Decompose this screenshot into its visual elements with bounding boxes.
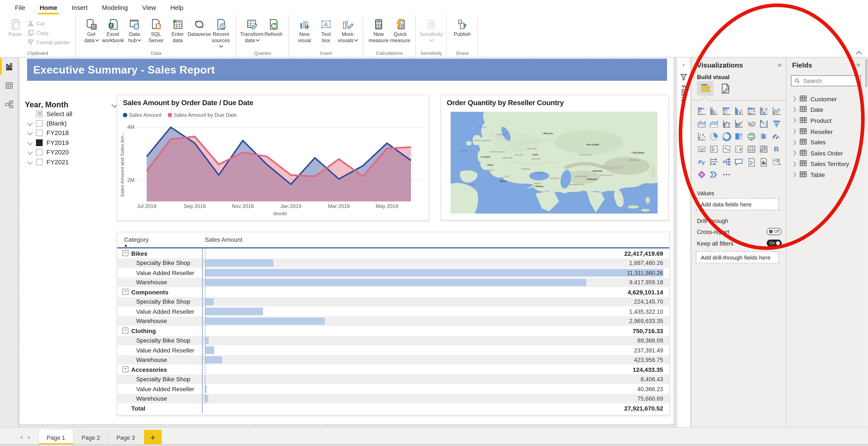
expand-chevron-icon[interactable] [28,140,33,145]
donut-chart-icon[interactable] [720,130,733,143]
table-row[interactable]: −Components4,629,101.14 [117,287,669,297]
card-icon[interactable]: 123 [695,143,708,156]
table-row[interactable]: Value Added Reseller237,391.49 [117,345,669,355]
table-row[interactable]: Warehouse2,969,633.35 [117,316,669,326]
chevron-right-icon[interactable] [791,118,796,123]
slicer-item-fy2020[interactable]: FY2020 [25,148,119,157]
table-row[interactable]: Specialty Bike Shop224,145.70 [117,297,669,307]
report-title-banner[interactable]: Executive Summary - Sales Report [27,59,667,81]
sql-server-button[interactable]: SQLServer [145,17,167,44]
year-month-slicer[interactable]: Year, Month Select all(Blank)FY2018FY201… [25,100,119,175]
chevron-right-icon[interactable] [791,161,796,167]
collapse-minus-icon[interactable]: − [122,367,128,373]
recent-sources-button[interactable]: Recentsources [210,17,231,50]
expand-chevron-icon[interactable] [28,160,33,164]
checkbox-empty[interactable] [36,149,42,156]
transform-data-button[interactable]: Transformdata [241,17,262,44]
multi-row-card-icon[interactable] [708,143,720,156]
next-page-icon[interactable]: ▸ [28,435,31,440]
field-table-sales-territory[interactable]: Sales Territory [789,158,864,169]
cross-report-toggle[interactable]: Off [767,228,781,235]
format-painter-button[interactable]: Format painter [27,39,70,46]
chevron-right-icon[interactable] [791,96,796,101]
chevron-right-icon[interactable] [791,172,796,178]
report-view-button[interactable] [0,57,18,76]
checkbox-partial[interactable] [36,110,42,117]
qa-icon[interactable] [733,156,745,168]
get-data-button[interactable]: Getdata [81,17,102,44]
funnel-chart-icon[interactable] [770,117,782,130]
expand-chevron-icon[interactable] [28,121,33,126]
slicer-item-select-all[interactable]: Select all [25,109,119,119]
treemap-icon[interactable] [733,130,745,143]
decomposition-tree-icon[interactable] [720,156,733,168]
new-visual-button[interactable]: Newvisual [294,17,315,44]
table-row[interactable]: Value Added Reseller1,435,322.10 [117,307,669,316]
menu-tab-view[interactable]: View [135,0,163,15]
map-icon[interactable] [745,130,757,143]
menu-tab-insert[interactable]: Insert [65,0,95,15]
slicer-item-fy2019[interactable]: FY2019 [25,138,119,148]
key-influencers-icon[interactable] [708,156,720,168]
checkbox-empty[interactable] [36,158,42,165]
expand-chevron-icon[interactable] [28,150,33,155]
collapse-fields-icon[interactable]: » [856,60,860,69]
stacked-area-chart-icon[interactable] [708,117,720,130]
scatter-chart-icon[interactable] [695,130,708,143]
refresh-button[interactable]: Refresh [263,17,284,44]
publish-button[interactable]: Publish [452,17,473,44]
field-table-product[interactable]: Product [789,115,864,126]
order-quantity-map-visual[interactable]: Order Quantity by Reseller Country [441,95,669,220]
enter-data-button[interactable]: Enterdata [167,17,188,44]
table-row[interactable]: −Clothing750,716.33 [117,326,669,336]
sensitivity-button[interactable]: Sensitivity [421,17,442,44]
table-row[interactable]: Warehouse423,956.75 [117,355,669,365]
table-row[interactable]: Specialty Bike Shop89,368.09 [117,336,669,345]
clustered-bar-chart-icon[interactable] [720,104,733,117]
field-table-reseller[interactable]: Reseller [789,126,864,137]
data-hub-button[interactable]: Datahub [124,17,145,44]
expand-chevron-icon[interactable] [28,131,33,135]
collapse-minus-icon[interactable]: − [122,289,128,295]
table-row[interactable]: Warehouse9,417,959.18 [117,278,669,287]
new-page-button[interactable]: + [144,430,162,445]
scrollbar-thumb[interactable] [865,59,867,88]
category-column-header[interactable]: Category [124,236,149,243]
waterfall-chart-icon[interactable] [757,117,770,130]
table-row[interactable]: Value Added Reseller40,366.23 [117,384,669,394]
stacked-column-chart-icon[interactable] [708,104,720,117]
slicer-item-fy2021[interactable]: FY2021 [25,157,119,167]
checkbox-empty[interactable] [36,120,42,127]
new-measure-button[interactable]: Newmeasure [368,17,389,44]
checkbox-empty[interactable] [36,130,42,136]
kpi-icon[interactable] [720,143,733,156]
page-tab-page-1[interactable]: Page 1 [38,430,73,445]
table-row[interactable]: −Bikes22,417,419.69 [117,248,669,258]
table-row[interactable]: Specialty Bike Shop8,406.43 [117,374,669,384]
dataverse-button[interactable]: Dataverse [188,17,210,44]
field-table-date[interactable]: Date [789,104,864,115]
python-visual-icon[interactable]: Py [695,156,708,168]
more-visuals-button[interactable]: Morevisuals [337,17,358,44]
checkbox-checked[interactable] [36,139,42,146]
report-canvas[interactable]: Executive Summary - Sales Report Year, M… [19,57,674,425]
collapse-minus-icon[interactable]: − [122,328,128,334]
sales-table-visual[interactable]: Category ▲ Sales Amount −Bikes22,417,419… [117,232,670,415]
filled-map-icon[interactable] [757,130,770,143]
power-automate-icon[interactable] [708,168,720,181]
copy-button[interactable]: Copy [27,29,70,36]
format-visual-tab[interactable] [719,82,732,95]
expand-filters-icon[interactable]: ‹ [683,62,685,67]
field-table-sales[interactable]: Sales [789,137,864,148]
table-row[interactable]: −Accessories124,433.35 [117,365,669,374]
slicer-item-fy2018[interactable]: FY2018 [25,128,119,138]
values-field-well[interactable]: Add data fields here [696,198,779,210]
gauge-icon[interactable] [770,130,782,143]
slicer-item--blank-[interactable]: (Blank) [25,119,119,128]
menu-tab-file[interactable]: File [8,0,32,15]
area-chart-plot[interactable]: 4M2MJul 2018Sep 2018Nov 2018Jan 2019Mar … [117,95,428,220]
stacked-bar-chart-icon[interactable] [695,104,708,117]
chevron-right-icon[interactable] [791,150,796,156]
matrix-icon[interactable] [757,143,770,156]
power-apps-icon[interactable] [695,168,708,181]
